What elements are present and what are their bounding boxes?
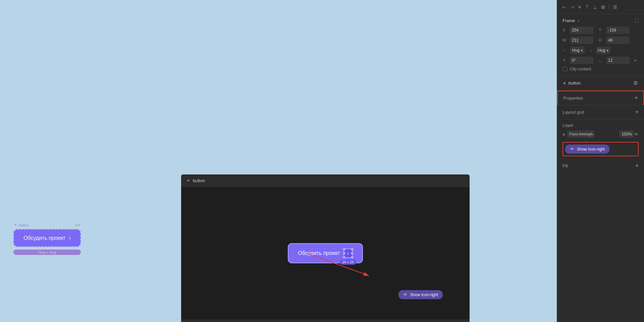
handle-bl[interactable] bbox=[343, 256, 345, 259]
fill-section: Fill + bbox=[557, 162, 644, 169]
align-toolbar: ⊢ ⊣ ≡ ⊤ ⊥ ⊞ ≣ bbox=[557, 0, 644, 14]
component-adjust-button[interactable]: ⚙ bbox=[633, 79, 639, 87]
wh-row: W H bbox=[562, 37, 639, 44]
width-mode-dropdown[interactable]: Hug ▾ bbox=[570, 47, 585, 54]
layer-section: Layer ◈ Pass through 👁 👁 Show Icon-right bbox=[557, 119, 644, 160]
y-label: Y bbox=[599, 28, 603, 33]
button-arrow-left: › bbox=[69, 234, 71, 241]
properties-label: Properties bbox=[563, 96, 583, 101]
badge-label: Show Icon-right bbox=[577, 147, 605, 152]
code-icon: </> bbox=[75, 223, 80, 227]
button-text-center: Обсудить проект bbox=[298, 250, 340, 256]
add-property-button[interactable]: + bbox=[634, 95, 638, 102]
badge-canvas-label: Show Icon-right bbox=[410, 292, 438, 297]
button-component-label: ✦ button bbox=[14, 223, 29, 227]
component-section: ✦ button ⚙ bbox=[557, 76, 644, 91]
clip-content-label: Clip content bbox=[570, 67, 591, 71]
show-icon-right-badge[interactable]: 👁 Show Icon-right bbox=[565, 145, 609, 154]
fill-label: Fill bbox=[562, 163, 568, 168]
height-mode-icon: ↕ bbox=[590, 48, 592, 52]
size-badge: 24 × 24 bbox=[340, 260, 357, 265]
layer-row: ◈ Pass through 👁 bbox=[562, 130, 639, 138]
chevron-down-icon: ▾ bbox=[581, 49, 583, 52]
align-center-h-button[interactable]: ⊣ bbox=[569, 3, 575, 11]
add-fill-button[interactable]: + bbox=[635, 162, 639, 169]
show-icon-right-section: 👁 Show Icon-right bbox=[562, 142, 639, 156]
radius-input[interactable] bbox=[606, 57, 630, 64]
add-layout-grid-button[interactable]: + bbox=[635, 109, 639, 116]
align-center-v-button[interactable]: ⊥ bbox=[592, 3, 598, 11]
handle-tr[interactable] bbox=[351, 248, 354, 251]
button-icon-selected[interactable]: › 24 × 24 bbox=[343, 249, 353, 258]
width-mode-icon: ↔ bbox=[562, 48, 566, 52]
bottom-component-icon: ✦ bbox=[186, 178, 190, 183]
component-name: ✦ button bbox=[562, 80, 581, 86]
w-label: W bbox=[562, 38, 567, 43]
angle-input[interactable] bbox=[570, 57, 593, 64]
fullscreen-button[interactable]: ⛶ bbox=[635, 18, 639, 23]
badge-eye-icon: 👁 bbox=[570, 147, 574, 152]
hug-row: ↔ Hug ▾ ↕ Hug ▾ bbox=[562, 47, 639, 54]
radius-label: ◡ bbox=[599, 58, 603, 63]
button-size-label: Hug × Hug bbox=[13, 250, 81, 255]
frame-section: Frame ∨ ⛶ X Y W H ↔ Hug ▾ ↕ bbox=[557, 14, 644, 76]
xy-row: X Y bbox=[562, 26, 639, 34]
bottom-canvas: Обсудить проект › 24 × 24 bbox=[181, 187, 470, 319]
y-input[interactable] bbox=[606, 26, 630, 34]
center-button-wrapper: Обсудить проект › 24 × 24 bbox=[288, 243, 363, 263]
arrow-icon: › bbox=[347, 251, 349, 256]
blend-mode-label: Pass through bbox=[569, 132, 593, 137]
layout-grid-section: Layout grid + bbox=[557, 105, 644, 119]
button-text-left: Обсудить проект bbox=[23, 235, 65, 241]
angle-radius-row: ↰ ◡ ⌐ bbox=[562, 57, 639, 64]
layout-grid-label: Layout grid bbox=[562, 110, 584, 115]
component-icon: ✦ bbox=[562, 80, 567, 86]
button-preview-left: ✦ button </> Обсудить проект › Hug × Hug bbox=[13, 223, 81, 255]
badge-eye-canvas-icon: 👁 bbox=[403, 292, 408, 297]
align-right-button[interactable]: ≡ bbox=[577, 3, 582, 11]
bottom-panel-main: Обсудить проект › 24 × 24 bbox=[181, 187, 470, 319]
canvas-area: ✦ button </> Обсудить проект › Hug × Hug… bbox=[0, 0, 557, 322]
bottom-component-name: button bbox=[193, 178, 205, 183]
frame-expand-icon: ∨ bbox=[577, 18, 580, 23]
w-input[interactable] bbox=[570, 37, 593, 44]
button-label-top: ✦ button </> bbox=[13, 223, 81, 227]
show-icon-badge-canvas: 👁 Show Icon-right bbox=[398, 290, 443, 299]
align-top-button[interactable]: ⊤ bbox=[584, 3, 590, 11]
frame-label: Frame ∨ bbox=[562, 18, 580, 23]
layer-label: Layer bbox=[562, 123, 639, 128]
height-mode-dropdown[interactable]: Hug ▾ bbox=[596, 47, 610, 54]
frame-section-header: Frame ∨ ⛶ bbox=[562, 18, 639, 23]
visibility-toggle-button[interactable]: 👁 bbox=[634, 132, 639, 137]
properties-add-section: Properties + bbox=[557, 91, 644, 105]
button-component-center[interactable]: Обсудить проект › 24 × 24 bbox=[288, 243, 363, 263]
align-divider bbox=[609, 4, 609, 10]
bottom-panel-header: ✦ button bbox=[181, 175, 470, 187]
corner-mode-button[interactable]: ⌐ bbox=[634, 57, 638, 64]
clip-content-checkbox[interactable] bbox=[562, 67, 567, 71]
blend-mode-icon: ◈ bbox=[562, 132, 565, 137]
button-component-left[interactable]: Обсудить проект › bbox=[13, 229, 81, 247]
align-bottom-button[interactable]: ⊞ bbox=[600, 3, 606, 11]
handle-ml[interactable] bbox=[343, 252, 345, 255]
x-input[interactable] bbox=[570, 26, 593, 34]
opacity-input[interactable] bbox=[619, 130, 634, 138]
angle-label: ↰ bbox=[562, 58, 567, 63]
right-panel: ⊢ ⊣ ≡ ⊤ ⊥ ⊞ ≣ Frame ∨ ⛶ X Y W H bbox=[557, 0, 644, 322]
blend-mode-dropdown[interactable]: Pass through bbox=[567, 130, 595, 138]
handle-mr[interactable] bbox=[351, 252, 354, 255]
bottom-panel: ✦ button Обсудить проект › bbox=[181, 174, 470, 322]
handle-tl[interactable] bbox=[343, 248, 345, 251]
handle-br[interactable] bbox=[351, 256, 354, 259]
h-label: H bbox=[599, 38, 603, 43]
x-label: X bbox=[562, 28, 567, 33]
h-input[interactable] bbox=[606, 37, 630, 44]
chevron-down-icon2: ▾ bbox=[607, 49, 608, 52]
align-left-button[interactable]: ⊢ bbox=[561, 3, 567, 11]
distribute-button[interactable]: ≣ bbox=[612, 3, 618, 11]
show-icon-right-canvas-badge[interactable]: 👁 Show Icon-right bbox=[398, 290, 443, 299]
component-diamond-icon: ✦ bbox=[14, 223, 17, 227]
clip-content-row: Clip content bbox=[562, 67, 639, 71]
